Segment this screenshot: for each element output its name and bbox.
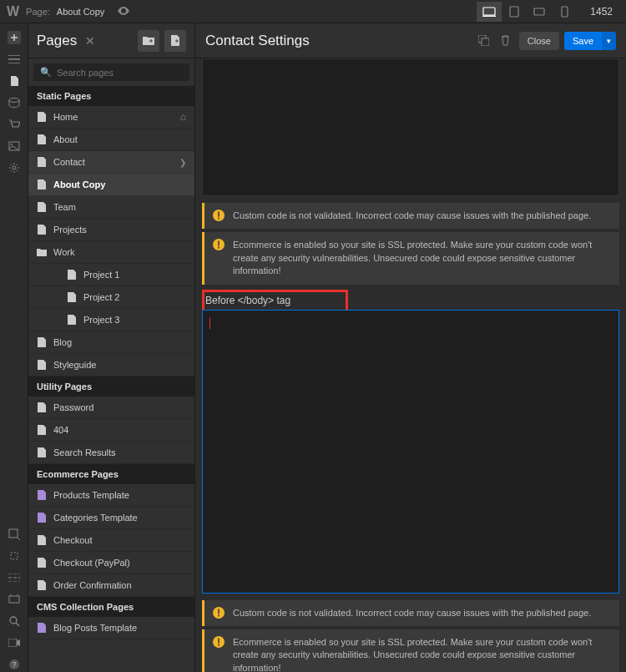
page-item[interactable]: Work	[28, 241, 194, 264]
warning-icon	[213, 210, 225, 221]
page-item[interactable]: Projects	[28, 219, 194, 241]
search-pages-input[interactable]: 🔍	[33, 63, 189, 81]
search-icon: 🔍	[40, 67, 52, 78]
ecommerce-icon[interactable]	[7, 117, 22, 132]
tool-icon-4[interactable]	[7, 592, 22, 607]
page-item-label: Order Confirmation	[53, 580, 186, 590]
svg-rect-1	[482, 15, 496, 17]
svg-rect-18	[482, 38, 489, 46]
device-tablet-icon[interactable]	[502, 2, 527, 22]
page-icon	[37, 336, 47, 348]
warning-icon	[213, 607, 225, 619]
page-icon	[37, 579, 47, 591]
pages-panel: Pages ✕ 🔍 Static PagesHome⌂AboutContact❯…	[28, 23, 195, 672]
svg-text:?: ?	[12, 660, 16, 669]
page-item[interactable]: Blog	[28, 331, 194, 354]
navigator-icon[interactable]	[7, 52, 22, 67]
page-item[interactable]: Home⌂	[28, 106, 194, 129]
page-item-label: Project 2	[83, 292, 186, 302]
page-item[interactable]: Search Results	[28, 442, 194, 464]
warning-icon	[213, 239, 225, 250]
settings-title: Contact Settings	[205, 33, 476, 49]
page-item[interactable]: Blog Posts Template	[28, 617, 194, 639]
section-header: Ecommerce Pages	[28, 464, 194, 484]
page-item[interactable]: Project 3	[28, 309, 194, 331]
save-button[interactable]: Save	[564, 32, 602, 50]
settings-icon[interactable]	[7, 160, 22, 175]
home-icon: ⌂	[180, 111, 186, 123]
panel-title: Pages	[37, 33, 80, 49]
page-icon	[37, 134, 47, 145]
page-item-label: Blog Posts Template	[53, 623, 186, 633]
save-dropdown-icon[interactable]: ▾	[602, 32, 616, 50]
section-header: Static Pages	[28, 86, 194, 106]
preview-icon[interactable]	[118, 6, 129, 18]
page-item[interactable]: About Copy	[28, 174, 194, 196]
page-icon	[37, 156, 47, 168]
page-icon	[37, 557, 47, 568]
add-element-icon[interactable]	[7, 30, 22, 45]
page-item-label: About	[53, 134, 186, 144]
svg-point-6	[9, 99, 19, 103]
page-item-label: Home	[53, 112, 174, 122]
page-item-label: Password	[53, 402, 186, 412]
page-item-label: Categories Template	[53, 513, 186, 523]
page-item[interactable]: Project 2	[28, 286, 194, 309]
page-item[interactable]: Products Template	[28, 484, 194, 507]
page-icon	[37, 111, 47, 123]
device-desktop-icon[interactable]	[477, 2, 502, 22]
page-item[interactable]: Project 1	[28, 264, 194, 286]
close-panel-icon[interactable]: ✕	[85, 34, 95, 48]
device-tablet-landscape-icon[interactable]	[527, 2, 552, 22]
new-folder-button[interactable]	[138, 30, 159, 52]
svg-point-9	[13, 166, 16, 169]
warning-custom-code-2: Custom code is not validated. Incorrect …	[202, 600, 619, 626]
help-icon[interactable]: ?	[7, 657, 22, 672]
copy-icon[interactable]	[476, 33, 492, 49]
delete-icon[interactable]	[497, 33, 514, 49]
page-item[interactable]: Order Confirmation	[28, 574, 194, 597]
tool-icon-3[interactable]	[7, 570, 22, 585]
page-icon	[37, 489, 47, 501]
page-item[interactable]: Contact❯	[28, 151, 194, 174]
page-icon	[37, 512, 47, 523]
page-label: Page:	[26, 7, 50, 17]
device-mobile-icon[interactable]	[552, 2, 577, 22]
tool-icon-1[interactable]	[7, 527, 22, 542]
page-item-label: Checkout (PayPal)	[53, 558, 186, 568]
page-icon	[37, 424, 47, 436]
cms-icon[interactable]	[7, 95, 22, 110]
page-item[interactable]: Checkout	[28, 529, 194, 552]
page-item[interactable]: Password	[28, 397, 194, 419]
page-item[interactable]: 404	[28, 419, 194, 442]
page-icon	[37, 447, 47, 458]
page-item[interactable]: Styleguide	[28, 354, 194, 376]
tool-icon-2[interactable]	[7, 548, 22, 563]
warning-ssl-2: Ecommerce is enabled so your site is SSL…	[202, 629, 619, 672]
new-page-button[interactable]	[164, 30, 186, 52]
page-item-label: 404	[53, 425, 186, 435]
warning-icon	[213, 636, 225, 648]
settings-panel: Contact Settings Close Save ▾ Custom cod…	[195, 23, 626, 672]
page-item[interactable]: Checkout (PayPal)	[28, 552, 194, 574]
page-item[interactable]: About	[28, 129, 194, 151]
body-code-editor[interactable]	[202, 310, 619, 594]
video-icon[interactable]	[7, 635, 22, 650]
section-header: Utility Pages	[28, 376, 194, 397]
page-item-label: Team	[53, 202, 186, 212]
page-item-label: Products Template	[53, 490, 186, 500]
head-code-editor[interactable]	[202, 58, 619, 196]
page-item-label: Search Results	[53, 447, 186, 457]
pages-icon[interactable]	[7, 73, 22, 88]
svg-rect-0	[483, 8, 495, 15]
page-item[interactable]: Team	[28, 196, 194, 219]
close-button[interactable]: Close	[519, 32, 559, 50]
page-item[interactable]: Categories Template	[28, 507, 194, 529]
page-item-label: Work	[53, 247, 186, 257]
folder-icon	[37, 246, 47, 258]
search-icon[interactable]	[7, 614, 22, 629]
webflow-logo[interactable]: W	[7, 4, 19, 19]
assets-icon[interactable]	[7, 139, 22, 154]
before-body-label: Before </body> tag	[205, 295, 616, 306]
svg-rect-14	[8, 639, 17, 647]
